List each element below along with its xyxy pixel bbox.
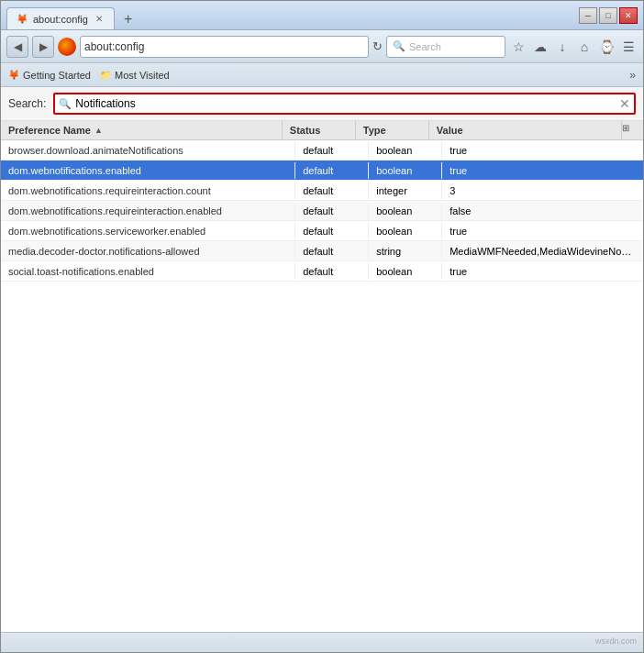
cell-status: default bbox=[295, 263, 369, 280]
content-area: Search: 🔍 ✕ Preference Name ▲ Status Typ… bbox=[1, 87, 643, 632]
table-row[interactable]: dom.webnotifications.requireinteraction.… bbox=[1, 201, 643, 221]
cell-preference: media.decoder-doctor.notifications-allow… bbox=[1, 243, 295, 260]
back-icon: ◀ bbox=[14, 40, 22, 53]
status-bar bbox=[1, 632, 643, 652]
navigation-bar: ◀ ▶ about:config ↻ 🔍 Search ☆ ☁ ↓ ⌂ ⌚ ☰ bbox=[1, 30, 643, 63]
search-bar[interactable]: 🔍 Search bbox=[386, 36, 505, 58]
downloads-icon[interactable]: ↓ bbox=[553, 39, 572, 54]
getting-started-icon: 🦊 bbox=[8, 70, 19, 80]
cell-preference: browser.download.animateNotifications bbox=[1, 142, 295, 159]
cell-preference: dom.webnotifications.serviceworker.enabl… bbox=[1, 223, 295, 239]
back-button[interactable]: ◀ bbox=[6, 36, 28, 58]
window-controls: ─ □ ✕ bbox=[579, 7, 638, 24]
most-visited-icon: 📁 bbox=[100, 70, 111, 80]
cell-preference: social.toast-notifications.enabled bbox=[1, 263, 295, 280]
filter-bar: Search: 🔍 ✕ bbox=[1, 87, 643, 121]
sync-icon[interactable]: ☁ bbox=[531, 39, 550, 54]
table-row[interactable]: dom.webnotifications.enabled default boo… bbox=[1, 160, 643, 181]
filter-clear-button[interactable]: ✕ bbox=[619, 96, 630, 111]
tab-label: about:config bbox=[33, 14, 88, 25]
getting-started-label: Getting Started bbox=[23, 70, 91, 81]
cell-type: boolean bbox=[369, 223, 442, 239]
forward-icon: ▶ bbox=[39, 40, 48, 53]
forward-button[interactable]: ▶ bbox=[32, 36, 54, 58]
bookmark-icon[interactable]: ☆ bbox=[509, 39, 527, 54]
table-body: browser.download.animateNotifications de… bbox=[1, 140, 643, 282]
cell-value: true bbox=[442, 162, 643, 179]
cell-status: default bbox=[295, 142, 369, 159]
cell-preference: dom.webnotifications.requireinteraction.… bbox=[1, 203, 295, 219]
bookmarks-more-button[interactable]: » bbox=[629, 69, 636, 82]
sort-arrow-icon: ▲ bbox=[94, 126, 103, 135]
cell-type: integer bbox=[369, 183, 442, 199]
cell-status: default bbox=[295, 203, 369, 219]
table-header: Preference Name ▲ Status Type Value ⊞ bbox=[1, 121, 643, 140]
table-row[interactable]: browser.download.animateNotifications de… bbox=[1, 140, 643, 160]
cell-value: true bbox=[442, 142, 643, 159]
cell-type: boolean bbox=[369, 142, 442, 159]
header-actions: ⊞ bbox=[621, 121, 643, 139]
title-bar: 🦊 about:config ✕ + ─ □ ✕ bbox=[1, 1, 643, 30]
most-visited-bookmark[interactable]: 📁 Most Visited bbox=[100, 70, 170, 81]
cell-type: string bbox=[369, 243, 442, 260]
cell-value: false bbox=[442, 203, 643, 219]
cell-status: default bbox=[295, 223, 369, 239]
search-placeholder: Search bbox=[409, 41, 441, 52]
minimize-button[interactable]: ─ bbox=[579, 7, 597, 24]
reload-button[interactable]: ↻ bbox=[372, 39, 383, 53]
home-icon[interactable]: ⌂ bbox=[575, 39, 594, 54]
history-icon[interactable]: ⌚ bbox=[597, 39, 616, 54]
cell-type: boolean bbox=[369, 203, 442, 219]
filter-search-icon: 🔍 bbox=[59, 98, 72, 110]
firefox-logo bbox=[58, 38, 76, 56]
table-row[interactable]: media.decoder-doctor.notifications-allow… bbox=[1, 241, 643, 261]
cell-value: MediaWMFNeeded,MediaWidevineNoWMF,Media.… bbox=[442, 243, 643, 260]
cell-value: true bbox=[442, 223, 643, 239]
filter-label: Search: bbox=[8, 97, 46, 110]
firefox-mini-icon: 🦊 bbox=[17, 14, 28, 24]
getting-started-bookmark[interactable]: 🦊 Getting Started bbox=[8, 70, 91, 81]
header-type[interactable]: Type bbox=[356, 121, 429, 139]
config-table: Preference Name ▲ Status Type Value ⊞ br… bbox=[1, 121, 643, 632]
cell-status: default bbox=[295, 162, 369, 179]
active-tab[interactable]: 🦊 about:config ✕ bbox=[6, 7, 115, 29]
most-visited-label: Most Visited bbox=[115, 70, 170, 81]
cell-preference: dom.webnotifications.requireinteraction.… bbox=[1, 183, 295, 199]
tab-bar: 🦊 about:config ✕ + bbox=[6, 1, 579, 29]
header-status[interactable]: Status bbox=[283, 121, 356, 139]
tab-close-button[interactable]: ✕ bbox=[94, 14, 105, 25]
new-tab-button[interactable]: + bbox=[118, 9, 138, 29]
table-row[interactable]: dom.webnotifications.serviceworker.enabl… bbox=[1, 221, 643, 241]
menu-icon[interactable]: ☰ bbox=[619, 39, 638, 54]
cell-type: boolean bbox=[369, 263, 442, 280]
filter-input-container: 🔍 ✕ bbox=[53, 93, 636, 115]
cell-value: 3 bbox=[442, 183, 643, 199]
cell-status: default bbox=[295, 183, 369, 199]
cell-preference: dom.webnotifications.enabled bbox=[1, 162, 295, 179]
header-value[interactable]: Value bbox=[429, 121, 621, 139]
filter-input[interactable] bbox=[75, 97, 616, 110]
watermark: wsxdn.com bbox=[595, 636, 637, 646]
cell-status: default bbox=[295, 243, 369, 260]
columns-icon: ⊞ bbox=[622, 123, 629, 133]
bookmarks-bar: 🦊 Getting Started 📁 Most Visited » bbox=[1, 63, 643, 87]
table-row[interactable]: dom.webnotifications.requireinteraction.… bbox=[1, 181, 643, 201]
nav-icons: ☆ ☁ ↓ ⌂ ⌚ ☰ bbox=[509, 39, 638, 54]
header-preference[interactable]: Preference Name ▲ bbox=[1, 121, 283, 139]
cell-type: boolean bbox=[369, 162, 442, 179]
address-text: about:config bbox=[84, 40, 364, 53]
search-magnifier-icon: 🔍 bbox=[393, 40, 405, 52]
cell-value: true bbox=[442, 263, 643, 280]
address-bar[interactable]: about:config bbox=[80, 36, 369, 58]
maximize-button[interactable]: □ bbox=[599, 7, 617, 24]
close-button[interactable]: ✕ bbox=[619, 7, 638, 24]
table-row[interactable]: social.toast-notifications.enabled defau… bbox=[1, 261, 643, 282]
browser-window: 🦊 about:config ✕ + ─ □ ✕ ◀ ▶ about:confi… bbox=[0, 0, 644, 653]
